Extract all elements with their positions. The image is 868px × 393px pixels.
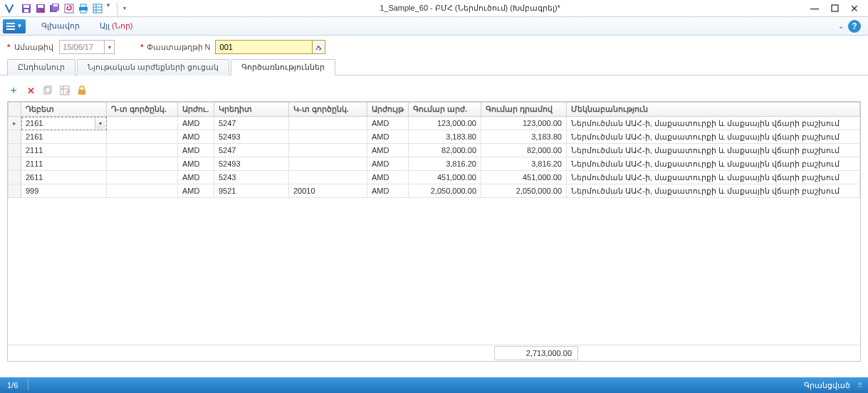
- refresh-icon[interactable]: [63, 2, 75, 15]
- cell-cur1[interactable]: AMD: [178, 157, 214, 171]
- delete-row-icon[interactable]: ✕: [24, 84, 37, 97]
- help-icon[interactable]: ?: [848, 20, 861, 33]
- cell-amt1[interactable]: 451,000.00: [409, 171, 481, 184]
- cell-cur1[interactable]: AMD: [178, 184, 214, 198]
- table-row[interactable]: 2611AMD5243AMD451,000.00451,000.00Ներմու…: [9, 171, 860, 184]
- cell-kpart[interactable]: [289, 130, 367, 144]
- cell-credit[interactable]: 5247: [214, 117, 289, 130]
- cell-comment[interactable]: Ներմուծման ԱԱՀ-ի, մաքսատուրքի և մաքսային…: [567, 184, 860, 198]
- table-row[interactable]: 999AMD952120010AMD2,050,000.002,050,000.…: [9, 184, 860, 198]
- docnum-lookup-icon[interactable]: [312, 41, 325, 53]
- cell-amt2[interactable]: 3,816.20: [481, 157, 567, 171]
- save-close-icon[interactable]: [34, 2, 47, 15]
- app-menu-button[interactable]: ▼: [3, 19, 26, 33]
- grid-options-dropdown-icon[interactable]: ▼: [105, 2, 113, 15]
- cell-comment[interactable]: Ներմուծման ԱԱՀ-ի, մաքսատուրքի և մաքսային…: [567, 157, 860, 171]
- cell-credit[interactable]: 5247: [214, 144, 289, 157]
- maximize-button[interactable]: [830, 4, 840, 14]
- cell-cur1[interactable]: AMD: [178, 117, 214, 130]
- cell-amt2[interactable]: 2,050,000.00: [481, 184, 567, 198]
- table-row[interactable]: ▸2161▾AMD5247AMD123,000.00123,000.00Ներմ…: [9, 117, 860, 130]
- cell-debit[interactable]: 2161: [21, 130, 107, 144]
- print-icon[interactable]: [77, 2, 90, 15]
- tab-inventory-list[interactable]: Նյութական արժեքների ցուցակ: [77, 59, 229, 75]
- transactions-table[interactable]: Դեբետ Դ-տ գործընկ. Արժու․ Կրեդիտ Կ-տ գոր…: [8, 102, 860, 198]
- cell-credit[interactable]: 52493: [214, 157, 289, 171]
- cell-dpart[interactable]: [107, 117, 178, 130]
- minimize-button[interactable]: —: [810, 4, 820, 14]
- save-icon[interactable]: [20, 2, 33, 15]
- table-row[interactable]: 2111AMD52493AMD3,816.203,816.20Ներմուծմա…: [9, 157, 860, 171]
- resize-grip-icon[interactable]: ⠿: [857, 382, 861, 389]
- table-row[interactable]: 2111AMD5247AMD82,000.0082,000.00Ներմուծմ…: [9, 144, 860, 157]
- cell-credit[interactable]: 52493: [214, 130, 289, 144]
- cell-dpart[interactable]: [107, 130, 178, 144]
- cell-dropdown-icon[interactable]: ▾: [95, 117, 105, 129]
- cell-comment[interactable]: Ներմուծման ԱԱՀ-ի, մաքսատուրքի և մաքսային…: [567, 130, 860, 144]
- cell-debit[interactable]: 2111: [21, 144, 107, 157]
- cell-dpart[interactable]: [107, 144, 178, 157]
- cell-cur2[interactable]: AMD: [367, 117, 409, 130]
- cell-amt1[interactable]: 3,816.20: [409, 157, 481, 171]
- tab-general[interactable]: Ընդհանուր: [7, 59, 75, 75]
- col-debit[interactable]: Դեբետ: [21, 103, 107, 117]
- cell-debit[interactable]: 2611: [21, 171, 107, 184]
- cell-dpart[interactable]: [107, 157, 178, 171]
- cell-amt2[interactable]: 451,000.00: [481, 171, 567, 184]
- cell-kpart[interactable]: [289, 144, 367, 157]
- cell-amt2[interactable]: 82,000.00: [481, 144, 567, 157]
- cell-amt1[interactable]: 3,183.80: [409, 130, 481, 144]
- cell-comment[interactable]: Ներմուծման ԱԱՀ-ի, մաքսատուրքի և մաքսային…: [567, 144, 860, 157]
- docnum-input[interactable]: [216, 43, 312, 51]
- cell-comment[interactable]: Ներմուծման ԱԱՀ-ի, մաքսատուրքի և մաքսային…: [567, 117, 860, 130]
- cell-amt2[interactable]: 123,000.00: [481, 117, 567, 130]
- tab-transactions[interactable]: Գործառնություններ: [231, 59, 335, 75]
- cell-kpart[interactable]: [289, 117, 367, 130]
- cell-debit[interactable]: 2161▾: [21, 117, 107, 130]
- cell-cur2[interactable]: AMD: [367, 171, 409, 184]
- col-kpart[interactable]: Կ-տ գործընկ.: [289, 103, 367, 117]
- cell-amt1[interactable]: 123,000.00: [409, 117, 481, 130]
- cell-cur2[interactable]: AMD: [367, 157, 409, 171]
- col-dpart[interactable]: Դ-տ գործընկ.: [107, 103, 178, 117]
- col-amt1[interactable]: Գումար արժ.: [409, 103, 481, 117]
- cell-amt1[interactable]: 82,000.00: [409, 144, 481, 157]
- menu-other[interactable]: Այլ (Նոր): [93, 19, 145, 33]
- close-button[interactable]: ✕: [849, 4, 859, 14]
- col-amt2[interactable]: Գումար դրամով: [481, 103, 567, 117]
- col-cur1[interactable]: Արժու․: [178, 103, 214, 117]
- cell-cur2[interactable]: AMD: [367, 144, 409, 157]
- col-cur2[interactable]: Արժույթ: [367, 103, 409, 117]
- add-row-icon[interactable]: ＋: [7, 84, 20, 97]
- col-credit[interactable]: Կրեդիտ: [214, 103, 289, 117]
- cell-cur1[interactable]: AMD: [178, 144, 214, 157]
- cell-dpart[interactable]: [107, 184, 178, 198]
- cell-kpart[interactable]: 20010: [289, 184, 367, 198]
- copy-row-icon[interactable]: [41, 84, 54, 97]
- quick-toolbar-dropdown-icon[interactable]: ▾: [123, 5, 130, 11]
- cell-amt2[interactable]: 3,183.80: [481, 130, 567, 144]
- grid-options-icon[interactable]: [91, 2, 104, 15]
- cell-dpart[interactable]: [107, 171, 178, 184]
- col-comment[interactable]: Մեկնաբանություն: [567, 103, 860, 117]
- cell-debit[interactable]: 2111: [21, 157, 107, 171]
- table-row[interactable]: 2161AMD52493AMD3,183.803,183.80Ներմուծմա…: [9, 130, 860, 144]
- cell-comment[interactable]: Ներմուծման ԱԱՀ-ի, մաքսատուրքի և մաքսային…: [567, 171, 860, 184]
- cell-credit[interactable]: 9521: [214, 184, 289, 198]
- cell-debit[interactable]: 999: [21, 184, 107, 198]
- cell-kpart[interactable]: [289, 171, 367, 184]
- cell-amt1[interactable]: 2,050,000.00: [409, 184, 481, 198]
- cell-kpart[interactable]: [289, 157, 367, 171]
- cell-credit[interactable]: 5243: [214, 171, 289, 184]
- grid-settings-icon[interactable]: [58, 84, 71, 97]
- date-dropdown-icon[interactable]: ▾: [104, 41, 114, 53]
- save-copy-icon[interactable]: [48, 2, 61, 15]
- date-input[interactable]: [60, 41, 104, 53]
- cell-cur2[interactable]: AMD: [367, 184, 409, 198]
- cell-cur1[interactable]: AMD: [178, 130, 214, 144]
- menu-main[interactable]: Գլխավոր: [34, 19, 93, 33]
- cell-cur2[interactable]: AMD: [367, 130, 409, 144]
- cell-cur1[interactable]: AMD: [178, 171, 214, 184]
- lock-icon[interactable]: [75, 84, 88, 97]
- collapse-ribbon-icon[interactable]: ⌄: [838, 22, 844, 30]
